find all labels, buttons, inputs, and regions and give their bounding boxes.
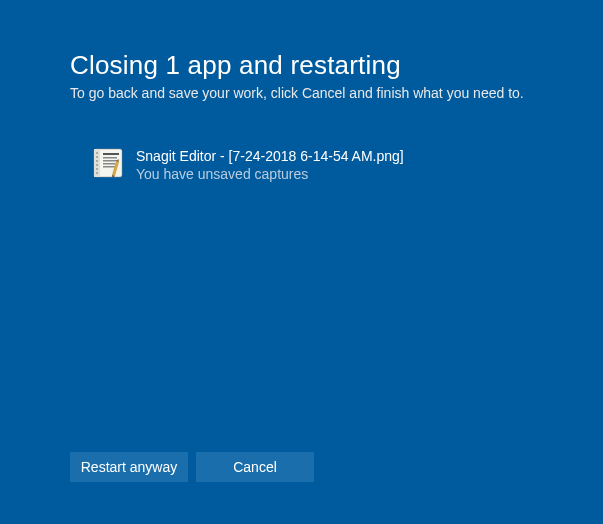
dialog-content: Closing 1 app and restarting To go back … — [0, 0, 603, 183]
snagit-editor-icon — [92, 147, 124, 179]
svg-point-2 — [96, 152, 98, 154]
button-row: Restart anyway Cancel — [70, 452, 314, 482]
cancel-button[interactable]: Cancel — [196, 452, 314, 482]
dialog-title: Closing 1 app and restarting — [70, 50, 533, 81]
app-status: You have unsaved captures — [136, 165, 404, 183]
svg-rect-11 — [103, 163, 115, 165]
svg-point-4 — [96, 160, 98, 162]
svg-rect-9 — [103, 157, 117, 159]
svg-rect-10 — [103, 160, 118, 162]
app-name: Snagit Editor - [7-24-2018 6-14-54 AM.pn… — [136, 147, 404, 165]
dialog-subtitle: To go back and save your work, click Can… — [70, 85, 533, 101]
app-list: Snagit Editor - [7-24-2018 6-14-54 AM.pn… — [70, 147, 533, 183]
app-item: Snagit Editor - [7-24-2018 6-14-54 AM.pn… — [92, 147, 533, 183]
app-info: Snagit Editor - [7-24-2018 6-14-54 AM.pn… — [136, 147, 404, 183]
restart-anyway-button[interactable]: Restart anyway — [70, 452, 188, 482]
svg-point-6 — [96, 168, 98, 170]
svg-point-7 — [96, 172, 98, 174]
svg-point-3 — [96, 156, 98, 158]
svg-rect-8 — [103, 153, 119, 155]
svg-point-5 — [96, 164, 98, 166]
